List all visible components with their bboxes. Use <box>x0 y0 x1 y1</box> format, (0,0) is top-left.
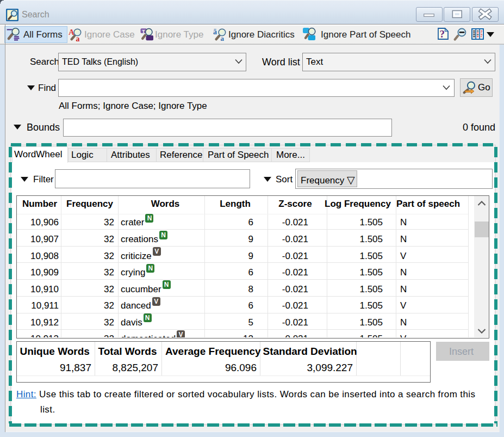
svg-text:ä: ä <box>213 28 217 36</box>
svg-text:T: T <box>142 28 145 34</box>
svg-text:a: a <box>76 35 80 43</box>
svg-text:a: a <box>221 34 225 42</box>
svg-text:?: ? <box>440 28 445 40</box>
